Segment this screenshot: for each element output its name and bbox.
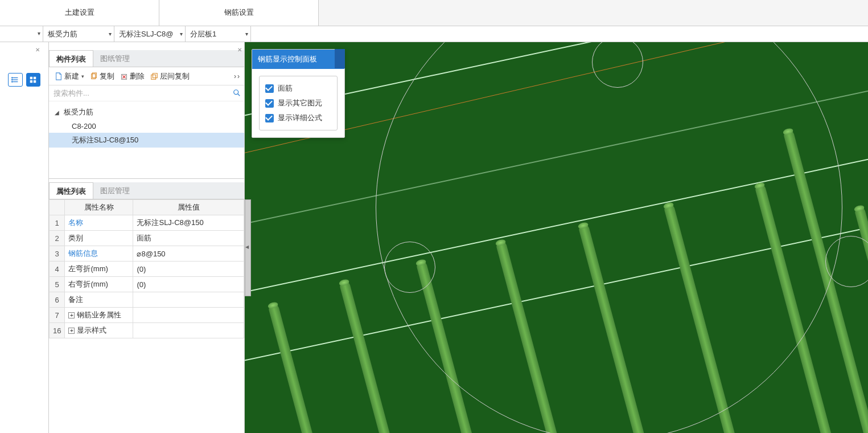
attr-name-cell: 右弯折(mm) — [65, 277, 133, 292]
tab-civil-settings[interactable]: 土建设置 — [0, 0, 159, 26]
attr-name-cell: 类别 — [65, 231, 133, 246]
col-attr-value: 属性值 — [133, 200, 244, 215]
tab-attribute-list[interactable]: 属性列表 — [49, 182, 93, 199]
panel-close-icon[interactable]: ✕ — [237, 47, 242, 53]
tab-rebar-settings[interactable]: 钢筋设置 — [159, 0, 319, 26]
property-tabs: 属性列表 图层管理 — [49, 182, 244, 199]
dropdown-leading[interactable]: ▾ — [0, 26, 43, 42]
copy-button[interactable]: 复制 — [88, 70, 117, 83]
row-number: 16 — [50, 323, 65, 338]
left-rail — [0, 42, 49, 433]
table-row[interactable]: 6备注 — [50, 292, 244, 308]
copy-button-label: 复制 — [100, 71, 114, 81]
table-row[interactable]: 3钢筋信息⌀8@150 — [50, 246, 244, 262]
checkbox-icon — [265, 84, 274, 93]
attr-value-cell[interactable]: ⌀8@150 — [133, 246, 244, 262]
guide-circle-large — [376, 42, 842, 433]
tree-root[interactable]: ◢ 板受力筋 — [49, 105, 244, 120]
svg-rect-8 — [30, 80, 32, 83]
checkbox-top-rebar[interactable]: 面筋 — [265, 81, 331, 96]
top-tab-bar: 土建设置 钢筋设置 — [0, 0, 868, 26]
row-number: 4 — [50, 262, 65, 277]
component-tree: ◢ 板受力筋 C8-200 无标注SLJ-C8@150 — [49, 101, 244, 179]
viewport-3d[interactable]: 钢筋显示控制面板 面筋 显示其它图元 显示详细公式 — [245, 42, 868, 433]
row-number: 7 — [50, 308, 65, 323]
row-number: 2 — [50, 231, 65, 246]
left-panel: ✕ 构件列表 图纸管理 新建▾ 复制 删除 层间复制 ›› ◢ 板 — [49, 42, 245, 433]
checkbox-show-others[interactable]: 显示其它图元 — [265, 96, 331, 111]
property-table: 属性名称 属性值 1名称无标注SLJ-C8@1502类别面筋3钢筋信息⌀8@15… — [49, 199, 244, 338]
rebar-display-panel-title-label: 钢筋显示控制面板 — [258, 54, 317, 64]
delete-button-label: 删除 — [130, 71, 145, 81]
svg-point-3 — [11, 77, 12, 78]
new-button[interactable]: 新建▾ — [52, 70, 87, 83]
dropdown-component-name[interactable]: 无标注SLJ-C8@▾ — [114, 26, 186, 42]
checkbox-icon — [265, 99, 274, 108]
delete-button[interactable]: 删除 — [118, 70, 147, 83]
rebar-display-panel-title[interactable]: 钢筋显示控制面板 — [252, 50, 344, 69]
table-row[interactable]: 4左弯折(mm)(0) — [50, 262, 244, 277]
new-button-label: 新建 — [64, 71, 79, 81]
svg-rect-15 — [151, 75, 156, 79]
expand-icon[interactable]: + — [68, 312, 75, 318]
delete-icon — [120, 72, 128, 80]
search-icon[interactable] — [233, 89, 241, 99]
tab-component-list[interactable]: 构件列表 — [49, 50, 93, 67]
dropdown-component-name-label: 无标注SLJ-C8@ — [119, 29, 174, 39]
table-row[interactable]: 2类别面筋 — [50, 231, 244, 246]
dropdown-layer-board-label: 分层板1 — [190, 29, 216, 39]
row-number: 3 — [50, 246, 65, 262]
tree-root-label: 板受力筋 — [64, 107, 93, 117]
row-number: 6 — [50, 292, 65, 308]
attr-value-cell[interactable] — [133, 308, 244, 323]
tree-item-slj-c8-150[interactable]: 无标注SLJ-C8@150 — [49, 133, 244, 148]
svg-rect-9 — [34, 80, 36, 83]
panel-collapse-icon[interactable] — [335, 49, 345, 68]
table-row[interactable]: 16+显示样式 — [50, 323, 244, 338]
search-row — [49, 85, 244, 101]
checkbox-icon — [265, 114, 274, 122]
row-number: 5 — [50, 277, 65, 292]
attr-name-cell: 备注 — [65, 292, 133, 308]
dropdown-component-type-label: 板受力筋 — [48, 29, 77, 39]
attr-value-cell[interactable]: (0) — [133, 262, 244, 277]
attr-value-cell[interactable] — [133, 323, 244, 338]
expand-icon[interactable]: + — [68, 328, 75, 334]
floor-copy-icon — [150, 72, 158, 80]
attr-name-cell: +钢筋业务属性 — [65, 308, 133, 323]
table-row[interactable]: 5右弯折(mm)(0) — [50, 277, 244, 292]
floor-copy-button[interactable]: 层间复制 — [148, 70, 192, 83]
rail-grid-view-icon[interactable] — [26, 73, 41, 87]
checkbox-show-formula[interactable]: 显示详细公式 — [265, 111, 331, 125]
search-input[interactable] — [49, 85, 244, 101]
guide-circle-small-left — [384, 242, 435, 293]
tree-item-c8-200[interactable]: C8-200 — [49, 120, 244, 133]
table-row[interactable]: 7+钢筋业务属性 — [50, 308, 244, 323]
attr-name-cell: 左弯折(mm) — [65, 262, 133, 277]
attr-value-cell[interactable]: (0) — [133, 277, 244, 292]
attr-name-cell: 名称 — [65, 215, 133, 231]
viewport-collapse-handle[interactable] — [245, 199, 251, 296]
caret-down-icon: ◢ — [55, 109, 60, 116]
table-row[interactable]: 1名称无标注SLJ-C8@150 — [50, 215, 244, 231]
toolbar-more-icon[interactable]: ›› — [234, 72, 241, 80]
svg-point-17 — [234, 90, 238, 95]
rail-list-view-icon[interactable] — [8, 73, 23, 87]
dropdown-component-type[interactable]: 板受力筋▾ — [43, 26, 114, 42]
component-toolbar: 新建▾ 复制 删除 层间复制 ›› — [49, 67, 244, 85]
dropdown-layer-board[interactable]: 分层板1▾ — [186, 26, 251, 42]
checkbox-show-others-label: 显示其它图元 — [278, 98, 322, 108]
attr-value-cell[interactable] — [133, 292, 244, 308]
copy-icon — [90, 72, 98, 80]
attr-name-cell: 钢筋信息 — [65, 246, 133, 262]
row-number: 1 — [50, 215, 65, 231]
rebar-display-panel: 钢筋显示控制面板 面筋 显示其它图元 显示详细公式 — [252, 49, 345, 138]
attr-value-cell[interactable]: 面筋 — [133, 231, 244, 246]
svg-rect-16 — [153, 73, 157, 77]
tab-layer-management[interactable]: 图层管理 — [93, 182, 137, 199]
tab-drawing-management[interactable]: 图纸管理 — [93, 50, 137, 67]
attr-value-cell[interactable]: 无标注SLJ-C8@150 — [133, 215, 244, 231]
svg-point-5 — [11, 81, 12, 82]
rebar-1 — [268, 303, 336, 433]
svg-rect-6 — [30, 77, 32, 79]
